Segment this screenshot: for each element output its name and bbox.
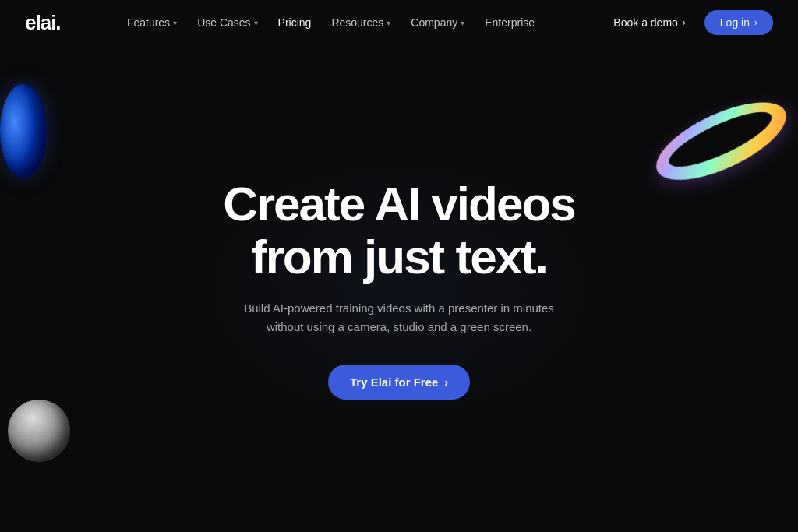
hero-content: Create AI videos from just text. Build A… (223, 178, 575, 400)
nav-links: Features ▾ Use Cases ▾ Pricing Resources… (119, 12, 542, 33)
decorative-orb-left-top (0, 92, 78, 185)
hero-title: Create AI videos from just text. (223, 178, 575, 284)
hero-subtitle: Build AI-powered training videos with a … (243, 299, 555, 336)
nav-item-pricing[interactable]: Pricing (270, 12, 320, 33)
nav-actions: Book a demo › Log in › (601, 10, 773, 35)
nav-item-resources[interactable]: Resources ▾ (323, 12, 398, 33)
login-button[interactable]: Log in › (704, 10, 773, 35)
hero-section: Create AI videos from just text. Build A… (0, 45, 798, 532)
nav-label-company: Company (411, 16, 457, 29)
nav-label-use-cases: Use Cases (197, 16, 250, 29)
book-demo-label: Book a demo (613, 16, 678, 29)
cta-button[interactable]: Try Elai for Free › (328, 365, 470, 400)
arrow-right-icon: › (444, 376, 448, 389)
decorative-ring-right (650, 107, 798, 232)
nav-label-features: Features (127, 16, 170, 29)
logo[interactable]: elai. (25, 11, 61, 35)
nav-label-pricing: Pricing (278, 16, 312, 29)
hero-title-line2: from just text. (251, 230, 547, 284)
nav-item-enterprise[interactable]: Enterprise (477, 12, 542, 33)
login-label: Log in (720, 16, 750, 29)
nav-item-features[interactable]: Features ▾ (119, 12, 185, 33)
arrow-right-icon: › (754, 17, 757, 28)
decorative-orb-left-bottom (8, 400, 78, 470)
chevron-down-icon: ▾ (461, 19, 464, 27)
navbar: elai. Features ▾ Use Cases ▾ Pricing Res… (0, 0, 798, 45)
cta-label: Try Elai for Free (350, 375, 438, 389)
arrow-right-icon: › (683, 17, 686, 28)
chevron-down-icon: ▾ (173, 19, 177, 27)
hero-title-line1: Create AI videos (223, 177, 575, 231)
chevron-down-icon: ▾ (387, 19, 390, 27)
nav-label-resources: Resources (331, 16, 383, 29)
chevron-down-icon: ▾ (254, 19, 258, 27)
nav-label-enterprise: Enterprise (485, 16, 535, 29)
nav-item-company[interactable]: Company ▾ (403, 12, 472, 33)
nav-item-use-cases[interactable]: Use Cases ▾ (189, 12, 265, 33)
book-demo-button[interactable]: Book a demo › (601, 10, 698, 35)
